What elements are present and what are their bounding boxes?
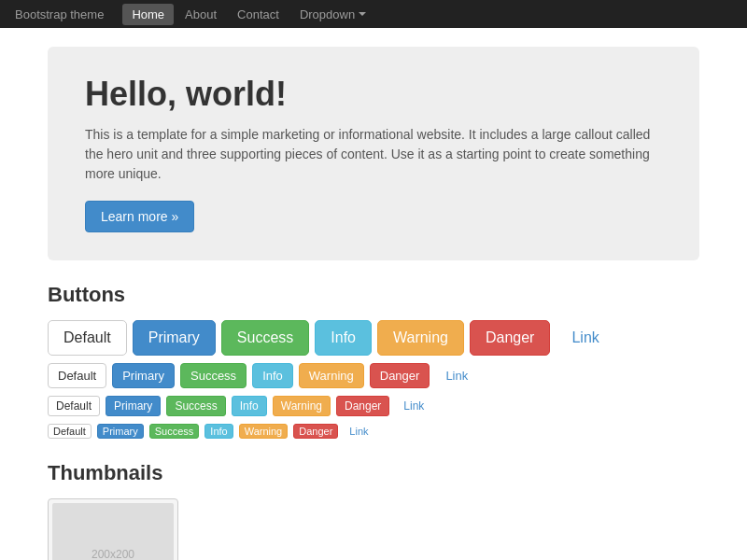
btn-link-md[interactable]: Link	[435, 363, 478, 388]
navbar-brand[interactable]: Bootstrap theme	[15, 7, 104, 21]
dropdown-caret-icon	[359, 12, 366, 16]
buttons-section-title: Buttons	[48, 283, 699, 307]
btn-default-sm[interactable]: Default	[48, 396, 100, 416]
btn-primary-lg[interactable]: Primary	[133, 320, 216, 356]
btn-success-md[interactable]: Success	[180, 363, 247, 388]
btn-info-xs[interactable]: Info	[204, 424, 233, 439]
btn-primary-md[interactable]: Primary	[112, 363, 175, 388]
nav-item-about[interactable]: About	[176, 4, 226, 25]
btn-success-sm[interactable]: Success	[166, 396, 225, 416]
main-container: Hello, world! This is a template for a s…	[33, 28, 714, 560]
nav-item-home[interactable]: Home	[122, 4, 174, 25]
btn-primary-sm[interactable]: Primary	[106, 396, 161, 416]
buttons-section: Buttons Default Primary Success Info War…	[48, 283, 699, 439]
hero-description: This is a template for a simple marketin…	[85, 125, 662, 184]
thumbnails-section: Thumbnails 200x200	[48, 461, 699, 560]
btn-danger-xs[interactable]: Danger	[293, 424, 338, 439]
btn-warning-sm[interactable]: Warning	[273, 396, 331, 416]
btn-link-sm[interactable]: Link	[395, 396, 432, 416]
btn-link-xs[interactable]: Link	[344, 424, 374, 439]
button-row-md: Default Primary Success Info Warning Dan…	[48, 363, 699, 388]
btn-primary-xs[interactable]: Primary	[97, 424, 144, 439]
learn-more-button[interactable]: Learn more »	[85, 201, 194, 232]
nav-items: Home About Contact Dropdown	[122, 4, 375, 25]
btn-link-lg[interactable]: Link	[556, 320, 614, 356]
btn-danger-sm[interactable]: Danger	[336, 396, 389, 416]
btn-info-lg[interactable]: Info	[315, 320, 372, 356]
btn-default-lg[interactable]: Default	[48, 320, 127, 356]
nav-item-contact[interactable]: Contact	[228, 4, 289, 25]
btn-default-xs[interactable]: Default	[48, 424, 92, 439]
btn-default-md[interactable]: Default	[48, 363, 106, 388]
btn-warning-lg[interactable]: Warning	[377, 320, 464, 356]
hero-title: Hello, world!	[85, 75, 662, 114]
thumbnails-section-title: Thumbnails	[48, 461, 699, 485]
thumbnail-placeholder: 200x200	[52, 503, 174, 560]
btn-danger-md[interactable]: Danger	[370, 363, 430, 388]
btn-warning-md[interactable]: Warning	[299, 363, 364, 388]
navbar: Bootstrap theme Home About Contact Dropd…	[0, 0, 747, 28]
btn-warning-xs[interactable]: Warning	[239, 424, 289, 439]
button-row-xs: Default Primary Success Info Warning Dan…	[48, 424, 699, 439]
btn-success-xs[interactable]: Success	[149, 424, 200, 439]
thumbnail-item: 200x200	[48, 498, 178, 560]
btn-info-sm[interactable]: Info	[232, 396, 267, 416]
thumbnail-label: 200x200	[92, 548, 134, 560]
button-row-lg: Default Primary Success Info Warning Dan…	[48, 320, 699, 356]
btn-danger-lg[interactable]: Danger	[470, 320, 550, 356]
hero-unit: Hello, world! This is a template for a s…	[48, 47, 699, 260]
nav-item-dropdown[interactable]: Dropdown	[290, 4, 375, 25]
btn-info-md[interactable]: Info	[252, 363, 293, 388]
button-row-sm: Default Primary Success Info Warning Dan…	[48, 396, 699, 416]
btn-success-lg[interactable]: Success	[221, 320, 309, 356]
